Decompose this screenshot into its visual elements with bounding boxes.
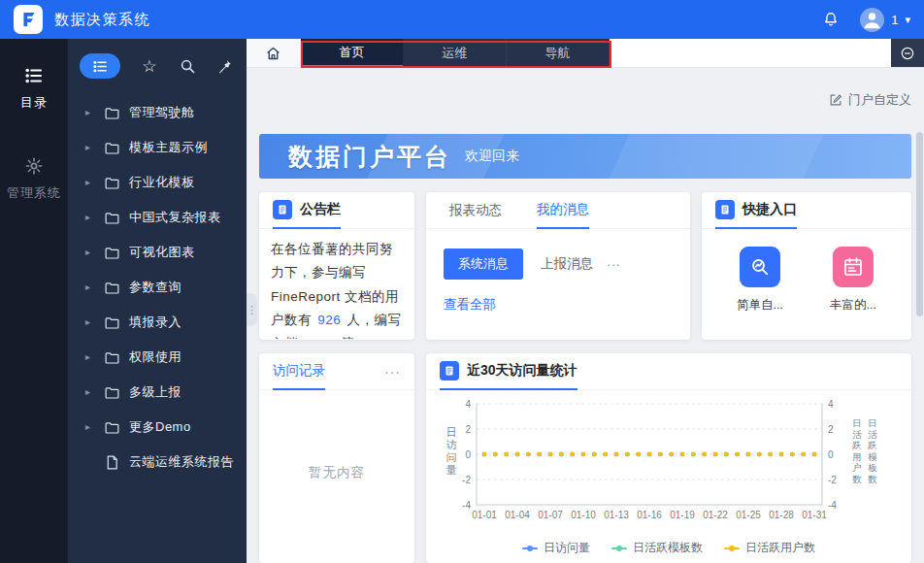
folder-icon: [104, 175, 120, 191]
svg-text:01-01: 01-01: [472, 510, 497, 520]
legend-label: 日活跃用户数: [745, 540, 815, 556]
tree-item-visual-chart[interactable]: ▸ 可视化图表: [68, 235, 247, 270]
rail-item-label: 管理系统: [7, 184, 61, 202]
tree-item-multilevel-report[interactable]: ▸ 多级上报: [68, 375, 247, 410]
tab-home-icon-button[interactable]: [247, 39, 301, 67]
empty-state-text: 暂无内容: [309, 464, 365, 481]
tree-item-more-demo[interactable]: ▸ 更多Demo: [68, 410, 247, 445]
home-icon: [265, 45, 281, 61]
calendar-form-icon: [833, 247, 874, 287]
folder-icon: [104, 105, 120, 121]
tab-yunwei[interactable]: 运维: [404, 39, 507, 67]
quick-entry-title: 快捷入口: [742, 201, 797, 218]
announcement-title: 公告栏: [300, 201, 341, 218]
svg-text:日: 日: [852, 417, 862, 428]
svg-text:0: 0: [828, 449, 834, 460]
svg-text:0: 0: [465, 449, 471, 460]
vertical-scrollbar[interactable]: [916, 72, 923, 561]
notification-bell-icon[interactable]: [821, 10, 841, 29]
open-tabs: 首页 运维 导航: [301, 39, 610, 67]
tab-my-messages[interactable]: 我的消息: [537, 193, 589, 229]
circle-minus-icon: [900, 46, 915, 61]
tree-item-permission[interactable]: ▸ 权限使用: [68, 340, 247, 375]
edit-pencil-icon: [829, 93, 842, 107]
folder-icon: [104, 315, 120, 331]
report-messages-button[interactable]: 上报消息: [541, 255, 593, 273]
folder-icon: [104, 140, 120, 156]
svg-text:2: 2: [828, 424, 834, 435]
tree-item-dashboard[interactable]: ▸ 管理驾驶舱: [68, 95, 247, 130]
user-menu[interactable]: 1 ▾: [860, 8, 910, 32]
rail-item-admin[interactable]: 管理系统: [0, 156, 68, 202]
visit-log-more-icon[interactable]: ···: [384, 364, 401, 380]
svg-text:4: 4: [828, 399, 834, 410]
tab-daohang[interactable]: 导航: [507, 39, 610, 67]
legend-marker-icon: [724, 547, 740, 549]
search-icon[interactable]: [179, 57, 196, 76]
announcement-doc-icon: [273, 200, 292, 219]
folder-icon: [104, 384, 120, 401]
svg-text:01-19: 01-19: [670, 510, 695, 520]
finereport-logo-icon: [18, 10, 38, 29]
svg-text:01-13: 01-13: [604, 510, 629, 520]
gear-icon: [24, 156, 44, 176]
favorites-star-icon[interactable]: ☆: [141, 57, 157, 76]
svg-text:户: 户: [852, 462, 862, 473]
tabbar-spacer: [610, 39, 891, 67]
topbar-right: 1 ▾: [821, 8, 910, 32]
tree-item-param-query[interactable]: ▸ 参数查询: [68, 270, 247, 305]
messages-card: 报表动态 我的消息 系统消息 上报消息 ··· 查看全部: [426, 192, 690, 340]
chart-doc-icon: [440, 361, 459, 381]
folder-icon: [104, 280, 120, 296]
main-area: 首页 运维 导航 门户自定义 数据门户平台: [247, 39, 924, 563]
legend-marker-icon: [611, 547, 627, 549]
tab-report-activity[interactable]: 报表动态: [449, 193, 502, 229]
svg-text:问: 问: [446, 451, 457, 463]
folder-icon: [104, 349, 120, 366]
expand-arrow-icon: ▸: [85, 178, 95, 187]
legend-item[interactable]: 日活跃模板数: [611, 540, 703, 556]
tree-item-complex-report[interactable]: ▸ 中国式复杂报表: [68, 200, 247, 235]
view-all-link[interactable]: 查看全部: [444, 296, 496, 314]
expand-arrow-icon: ▸: [85, 352, 95, 362]
folder-icon: [104, 245, 120, 261]
collapse-tabs-button[interactable]: [891, 39, 924, 67]
tree-item-cloud-ops-report[interactable]: 云端运维系统报告: [68, 445, 247, 480]
svg-text:跃: 跃: [851, 440, 862, 450]
directory-list-icon: [24, 66, 44, 85]
quick-entry-doc-icon: [715, 200, 735, 219]
announcement-card: 公告栏 在各位番薯的共同努力下，参与编写 FineReport 文档的用户数有 …: [259, 192, 414, 340]
svg-text:01-25: 01-25: [736, 510, 761, 520]
tree-item-theme-demo[interactable]: ▸ 模板主题示例: [68, 130, 247, 165]
sidebar-toolbar: ☆: [68, 39, 247, 87]
svg-text:-2: -2: [462, 475, 471, 485]
tree-item-industry[interactable]: ▸ 行业化模板: [68, 165, 247, 200]
system-messages-button[interactable]: 系统消息: [444, 248, 523, 280]
svg-text:-4: -4: [462, 500, 471, 511]
scrollbar-thumb[interactable]: [916, 132, 923, 316]
catalog-view-button[interactable]: [80, 53, 120, 79]
list-icon: [92, 58, 109, 75]
doc-count: 2390: [302, 336, 337, 339]
svg-text:量: 量: [446, 464, 457, 476]
quick-item-rich-forms[interactable]: 丰富的...: [830, 247, 876, 314]
legend-item[interactable]: 日活跃用户数: [724, 540, 815, 556]
svg-text:01-31: 01-31: [802, 510, 827, 520]
sidebar-collapse-handle[interactable]: ⋮: [247, 293, 257, 326]
svg-text:-4: -4: [828, 500, 837, 511]
legend-item[interactable]: 日访问量: [522, 540, 590, 556]
messages-more-icon[interactable]: ···: [607, 256, 620, 272]
tab-visit-log[interactable]: 访问记录: [273, 354, 325, 390]
quick-item-simple-analysis[interactable]: 简单自...: [737, 247, 783, 314]
svg-text:01-16: 01-16: [637, 510, 662, 520]
portal-customize-button[interactable]: 门户自定义: [829, 89, 911, 111]
tab-shouye[interactable]: 首页: [301, 39, 404, 67]
tree-item-data-entry[interactable]: ▸ 填报录入: [68, 305, 247, 340]
svg-text:01-10: 01-10: [571, 510, 596, 520]
welcome-banner: 数据门户平台 欢迎回来: [259, 134, 911, 179]
svg-text:跃: 跃: [867, 440, 877, 450]
left-rail: 目录 管理系统: [0, 39, 68, 563]
app-logo-icon[interactable]: [14, 5, 43, 34]
rail-item-directory[interactable]: 目录: [0, 66, 68, 112]
pin-icon[interactable]: [216, 57, 233, 76]
